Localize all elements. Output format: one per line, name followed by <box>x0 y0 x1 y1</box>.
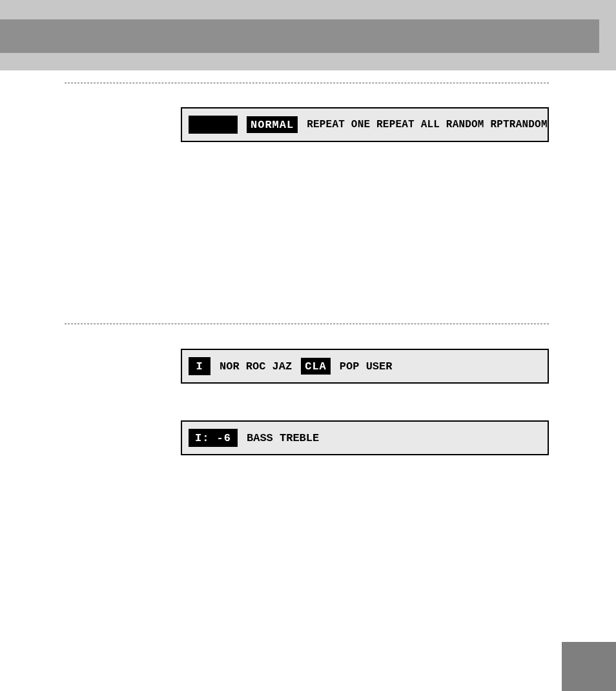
lcd-tone: I: -6 BASS TREBLE <box>181 420 549 455</box>
lcd-eq-left: NOR ROC JAZ <box>220 360 292 373</box>
lcd-repeat-mode: NORMAL REPEAT ONE REPEAT ALL RANDOM RPTR… <box>181 107 549 142</box>
lcd-eq-right: POP USER <box>340 360 393 373</box>
lcd-repeat-selected: NORMAL <box>247 116 298 133</box>
header-band-dark <box>0 19 599 53</box>
lcd-tone-tag: I: -6 <box>189 429 238 447</box>
lcd-eq-tag: I <box>189 357 210 375</box>
lcd-tone-items: BASS TREBLE <box>247 432 319 444</box>
lcd-repeat-options: REPEAT ONE REPEAT ALL RANDOM RPTRANDOM <box>307 119 547 130</box>
page-number-box <box>562 642 616 691</box>
section-divider-1 <box>65 83 549 83</box>
section-divider-2 <box>65 324 549 324</box>
lcd-tag-black <box>189 116 238 134</box>
manual-page: NORMAL REPEAT ONE REPEAT ALL RANDOM RPTR… <box>0 0 616 691</box>
lcd-eq-preset: I NOR ROC JAZ CLA POP USER <box>181 349 549 384</box>
lcd-eq-selected: CLA <box>301 358 331 375</box>
